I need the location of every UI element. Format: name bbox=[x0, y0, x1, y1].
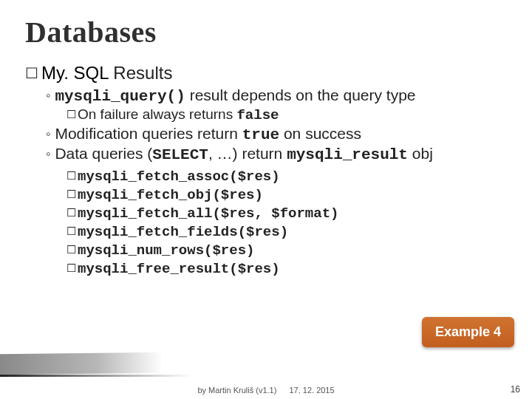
fn-code: mysqli_fetch_assoc($res) bbox=[78, 168, 280, 185]
fn-code: mysqli_free_result($res) bbox=[78, 261, 280, 277]
code-false: false bbox=[236, 107, 279, 123]
footer-date: 17. 12. 2015 bbox=[289, 386, 334, 395]
code-true: true bbox=[242, 126, 279, 143]
bullet-on-failure: ☐On failure always returns false bbox=[66, 106, 507, 123]
code-mysqli-query: mysqli_query() bbox=[55, 88, 185, 105]
diamond-icon: ◦ bbox=[46, 146, 50, 161]
text: result depends on the query type bbox=[185, 86, 416, 103]
fn-item: ☐mysqli_fetch_fields($res) bbox=[66, 223, 507, 240]
slide: Databases ☐My. SQL Results ◦mysqli_query… bbox=[0, 0, 532, 399]
text: on success bbox=[279, 125, 361, 142]
code-select: SELECT bbox=[152, 146, 208, 163]
checkbox-icon: ☐ bbox=[66, 169, 76, 182]
decoration-line bbox=[0, 375, 192, 377]
code-mysqli-result: mysqli_result bbox=[287, 146, 408, 163]
checkbox-icon: ☐ bbox=[66, 206, 76, 219]
text: Modification queries return bbox=[55, 125, 242, 142]
example-badge: Example 4 bbox=[422, 317, 514, 347]
fn-item: ☐mysqli_fetch_assoc($res) bbox=[66, 168, 507, 185]
fn-item: ☐mysqli_free_result($res) bbox=[66, 260, 507, 277]
fn-item: ☐mysqli_fetch_all($res, $format) bbox=[66, 205, 507, 222]
diamond-icon: ◦ bbox=[46, 126, 50, 141]
bullet-data-queries: ◦Data queries (SELECT, …) return mysqli_… bbox=[46, 145, 507, 163]
fn-code: mysqli_num_rows($res) bbox=[78, 242, 254, 259]
checkbox-icon: ☐ bbox=[25, 65, 38, 81]
footer-author: by Martin Kruliš (v1.1) bbox=[197, 386, 276, 395]
checkbox-icon: ☐ bbox=[66, 188, 76, 200]
fn-code: mysqli_fetch_fields($res) bbox=[78, 224, 288, 240]
section-heading: ☐My. SQL Results bbox=[25, 63, 507, 83]
section-subject: My. SQL bbox=[41, 63, 109, 83]
fn-item: ☐mysqli_fetch_obj($res) bbox=[66, 186, 507, 203]
fn-item: ☐mysqli_num_rows($res) bbox=[66, 242, 507, 259]
text: On failure always returns bbox=[78, 106, 236, 122]
page-number: 16 bbox=[511, 384, 520, 395]
checkbox-icon: ☐ bbox=[66, 108, 76, 120]
text: , …) return bbox=[208, 145, 287, 162]
checkbox-icon: ☐ bbox=[66, 225, 76, 237]
section-topic: Results bbox=[113, 63, 172, 83]
bullet-query-result: ◦mysqli_query() result depends on the qu… bbox=[46, 86, 507, 105]
fn-code: mysqli_fetch_obj($res) bbox=[78, 187, 263, 203]
footer: by Martin Kruliš (v1.1) 17. 12. 2015 bbox=[0, 386, 532, 395]
function-list: ☐mysqli_fetch_assoc($res) ☐mysqli_fetch_… bbox=[25, 168, 507, 277]
decoration-gradient bbox=[0, 352, 163, 375]
text: Data queries ( bbox=[55, 145, 152, 162]
text: obj bbox=[408, 145, 433, 162]
checkbox-icon: ☐ bbox=[66, 243, 76, 256]
fn-code: mysqli_fetch_all($res, $format) bbox=[78, 205, 338, 222]
diamond-icon: ◦ bbox=[46, 88, 50, 103]
slide-title: Databases bbox=[25, 15, 507, 50]
bullet-modification: ◦Modification queries return true on suc… bbox=[46, 125, 507, 143]
checkbox-icon: ☐ bbox=[66, 262, 76, 274]
